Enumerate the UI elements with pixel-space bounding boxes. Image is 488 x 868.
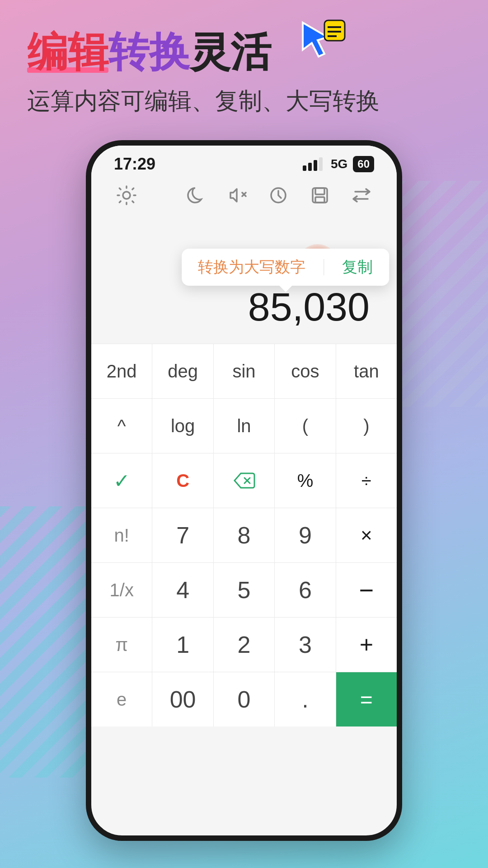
key-pi[interactable]: π [91,618,152,672]
svg-rect-5 [303,165,306,171]
cursor-icon [298,18,348,68]
key-2[interactable]: 2 [214,618,275,672]
subheadline: 运算内容可编辑、复制、大写转换 [27,86,461,117]
display-area: 转换为大写数字 复制 88x960+22 85,030 [91,217,397,344]
keypad-row-789: n! 7 8 9 × [91,508,397,562]
key-9[interactable]: 9 [275,508,336,562]
key-5[interactable]: 5 [214,563,275,617]
key-multiply[interactable]: × [336,508,397,562]
key-minus[interactable]: − [336,563,397,617]
convert-uppercase-option[interactable]: 转换为大写数字 [198,257,305,278]
save-button[interactable] [307,183,333,208]
sound-button[interactable] [224,183,249,208]
key-cos[interactable]: cos [275,344,336,398]
key-factorial[interactable]: n! [91,508,152,562]
key-reciprocal[interactable]: 1/x [91,563,152,617]
status-time: 17:29 [114,155,155,174]
key-close-paren[interactable]: ) [336,399,397,453]
key-clear[interactable]: C [152,453,213,508]
key-open-paren[interactable]: ( [275,399,336,453]
key-divide[interactable]: ÷ [336,453,397,508]
convert-button[interactable] [349,183,374,208]
history-button[interactable] [266,183,291,208]
bg-stripes-right [393,181,488,407]
svg-rect-14 [315,188,324,194]
key-2nd[interactable]: 2nd [91,344,152,398]
key-sin[interactable]: sin [214,344,275,398]
svg-rect-15 [315,197,324,203]
key-0[interactable]: 0 [214,672,275,726]
key-euler[interactable]: e [91,672,152,726]
key-plus[interactable]: + [336,618,397,672]
key-backspace[interactable] [214,453,275,508]
context-menu: 转换为大写数字 复制 [182,249,389,286]
headline-purple: 转换 [108,29,190,75]
keypad-row-math: ^ log ln ( ) [91,398,397,453]
key-deg[interactable]: deg [152,344,213,398]
key-power[interactable]: ^ [91,399,152,453]
key-decimal[interactable]: . [275,672,336,726]
key-log[interactable]: log [152,399,213,453]
status-right: 5G 60 [303,156,374,172]
key-check[interactable]: ✓ [91,453,152,508]
key-4[interactable]: 4 [152,563,213,617]
network-label: 5G [331,157,347,171]
key-tan[interactable]: tan [336,344,397,398]
key-equals[interactable]: = [336,672,397,726]
keypad-row-ops: ✓ C % ÷ [91,453,397,508]
svg-rect-8 [319,157,323,171]
result-display: 85,030 [114,284,374,330]
keypad: 2nd deg sin cos tan ^ log ln ( ) ✓ C [91,344,397,726]
display-wrapper: 转换为大写数字 复制 88x960+22 85,030 [114,253,374,330]
key-percent[interactable]: % [275,453,336,508]
copy-option[interactable]: 复制 [342,257,373,278]
settings-button[interactable] [114,183,139,208]
key-3[interactable]: 3 [275,618,336,672]
battery-indicator: 60 [353,156,374,172]
keypad-row-trig: 2nd deg sin cos tan [91,344,397,398]
svg-point-9 [123,192,130,199]
headline-highlight: 编辑 [27,29,108,75]
key-7[interactable]: 7 [152,508,213,562]
toolbar [91,178,397,217]
headline: 编辑转换灵活 [27,30,271,75]
context-menu-divider [324,259,324,275]
headline-plain: 灵活 [190,29,271,75]
phone-frame: 17:29 5G 60 [86,140,402,841]
key-double-zero[interactable]: 00 [152,672,213,726]
keypad-row-456: 1/x 4 5 6 − [91,562,397,617]
top-section: 编辑转换灵活 运算内容可编辑、复制、大写转换 [27,27,461,117]
signal-icon [303,157,325,171]
svg-rect-7 [314,160,317,171]
svg-rect-6 [308,163,312,171]
key-8[interactable]: 8 [214,508,275,562]
key-6[interactable]: 6 [275,563,336,617]
moon-button[interactable] [183,183,208,208]
keypad-row-123: π 1 2 3 + [91,617,397,672]
key-1[interactable]: 1 [152,618,213,672]
status-bar: 17:29 5G 60 [91,146,397,178]
toolbar-right [183,183,374,208]
keypad-row-zero: e 00 0 . = [91,672,397,726]
key-ln[interactable]: ln [214,399,275,453]
svg-rect-1 [324,20,345,41]
